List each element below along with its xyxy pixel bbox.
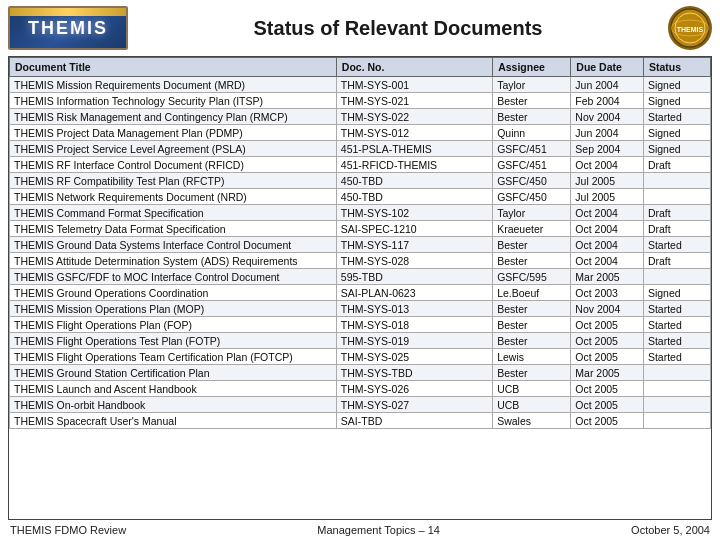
header: THEMIS Status of Relevant Documents THEM… [8, 6, 712, 50]
table-cell: THEMIS Ground Operations Coordination [10, 285, 337, 301]
table-cell: Signed [643, 77, 710, 93]
table-cell: Oct 2004 [571, 221, 644, 237]
table-cell: Bester [493, 109, 571, 125]
table-row: THEMIS Project Service Level Agreement (… [10, 141, 711, 157]
table-cell: Started [643, 317, 710, 333]
table-cell: Jun 2004 [571, 77, 644, 93]
table-row: THEMIS GSFC/FDF to MOC Interface Control… [10, 269, 711, 285]
table-cell: Bester [493, 237, 571, 253]
table-cell: THM-SYS-019 [336, 333, 492, 349]
table-cell: Oct 2005 [571, 333, 644, 349]
table-cell [643, 189, 710, 205]
col-header-assignee: Assignee [493, 58, 571, 77]
table-cell: SAI-SPEC-1210 [336, 221, 492, 237]
table-cell: Oct 2005 [571, 381, 644, 397]
table-cell: THM-SYS-027 [336, 397, 492, 413]
table-cell: Jul 2005 [571, 173, 644, 189]
table-row: THEMIS Flight Operations Team Certificat… [10, 349, 711, 365]
table-cell: Draft [643, 157, 710, 173]
table-cell: Oct 2005 [571, 349, 644, 365]
table-row: THEMIS Ground Station Certification Plan… [10, 365, 711, 381]
table-cell: THEMIS Network Requirements Document (NR… [10, 189, 337, 205]
table-cell: THM-SYS-021 [336, 93, 492, 109]
table-cell: Draft [643, 205, 710, 221]
col-header-duedate: Due Date [571, 58, 644, 77]
table-cell: Oct 2003 [571, 285, 644, 301]
table-row: THEMIS RF Compatibility Test Plan (RFCTP… [10, 173, 711, 189]
table-cell: Sep 2004 [571, 141, 644, 157]
svg-text:THEMIS: THEMIS [677, 26, 704, 33]
table-cell: Started [643, 333, 710, 349]
table-cell: THEMIS Flight Operations Plan (FOP) [10, 317, 337, 333]
table-cell: THEMIS Mission Requirements Document (MR… [10, 77, 337, 93]
table-cell: THEMIS Flight Operations Test Plan (FOTP… [10, 333, 337, 349]
table-row: THEMIS Telemetry Data Format Specificati… [10, 221, 711, 237]
table-cell: Bester [493, 365, 571, 381]
table-cell: Signed [643, 125, 710, 141]
logo-box: THEMIS [8, 6, 128, 50]
col-header-docno: Doc. No. [336, 58, 492, 77]
table-cell: Oct 2005 [571, 317, 644, 333]
table-row: THEMIS Command Format SpecificationTHM-S… [10, 205, 711, 221]
table-cell: THEMIS Mission Operations Plan (MOP) [10, 301, 337, 317]
table-cell: THM-SYS-025 [336, 349, 492, 365]
logo-strip [10, 8, 126, 16]
table-row: THEMIS Attitude Determination System (AD… [10, 253, 711, 269]
table-cell: Signed [643, 141, 710, 157]
table-cell: Signed [643, 93, 710, 109]
table-cell [643, 269, 710, 285]
table-cell [643, 365, 710, 381]
table-cell: THEMIS Project Service Level Agreement (… [10, 141, 337, 157]
table-cell: Bester [493, 93, 571, 109]
table-row: THEMIS RF Interface Control Document (RF… [10, 157, 711, 173]
table-cell: THEMIS Information Technology Security P… [10, 93, 337, 109]
table-cell: THM-SYS-018 [336, 317, 492, 333]
table-row: THEMIS On-orbit HandbookTHM-SYS-027UCBOc… [10, 397, 711, 413]
table-cell: THEMIS Telemetry Data Format Specificati… [10, 221, 337, 237]
table-cell: Kraeueter [493, 221, 571, 237]
table-cell: THM-SYS-117 [336, 237, 492, 253]
table-cell: Nov 2004 [571, 301, 644, 317]
table-cell: Taylor [493, 205, 571, 221]
table-cell: Draft [643, 221, 710, 237]
table-cell: 595-TBD [336, 269, 492, 285]
header-icon: THEMIS [668, 6, 712, 50]
table-cell: THEMIS Ground Data Systems Interface Con… [10, 237, 337, 253]
table-cell: THEMIS Attitude Determination System (AD… [10, 253, 337, 269]
table-header-row: Document Title Doc. No. Assignee Due Dat… [10, 58, 711, 77]
page-title: Status of Relevant Documents [128, 17, 668, 40]
table-cell: THEMIS Flight Operations Team Certificat… [10, 349, 337, 365]
footer-left: THEMIS FDMO Review [10, 524, 126, 536]
table-cell: 450-TBD [336, 173, 492, 189]
table-cell: THEMIS RF Compatibility Test Plan (RFCTP… [10, 173, 337, 189]
table-cell: Started [643, 237, 710, 253]
table-row: THEMIS Project Data Management Plan (PDM… [10, 125, 711, 141]
table-cell: THM-SYS-012 [336, 125, 492, 141]
table-cell [643, 413, 710, 429]
table-row: THEMIS Network Requirements Document (NR… [10, 189, 711, 205]
table-cell: UCB [493, 397, 571, 413]
table-row: THEMIS Risk Management and Contingency P… [10, 109, 711, 125]
table-cell: 450-TBD [336, 189, 492, 205]
footer-right: October 5, 2004 [631, 524, 710, 536]
table-cell: THEMIS Launch and Ascent Handbook [10, 381, 337, 397]
col-header-title: Document Title [10, 58, 337, 77]
table-cell: Mar 2005 [571, 269, 644, 285]
table-cell: THM-SYS-026 [336, 381, 492, 397]
table-row: THEMIS Mission Requirements Document (MR… [10, 77, 711, 93]
table-cell [643, 173, 710, 189]
table-cell: Quinn [493, 125, 571, 141]
table-cell: Started [643, 109, 710, 125]
table-cell: Oct 2004 [571, 253, 644, 269]
table-cell: SAI-PLAN-0623 [336, 285, 492, 301]
table-cell: Jun 2004 [571, 125, 644, 141]
table-cell: Bester [493, 333, 571, 349]
table-cell: THEMIS Project Data Management Plan (PDM… [10, 125, 337, 141]
footer-center: Management Topics – 14 [317, 524, 440, 536]
table-cell: SAI-TBD [336, 413, 492, 429]
col-header-status: Status [643, 58, 710, 77]
table-cell: THM-SYS-022 [336, 109, 492, 125]
table-row: THEMIS Ground Operations CoordinationSAI… [10, 285, 711, 301]
table-cell: THM-SYS-TBD [336, 365, 492, 381]
table-row: THEMIS Launch and Ascent HandbookTHM-SYS… [10, 381, 711, 397]
